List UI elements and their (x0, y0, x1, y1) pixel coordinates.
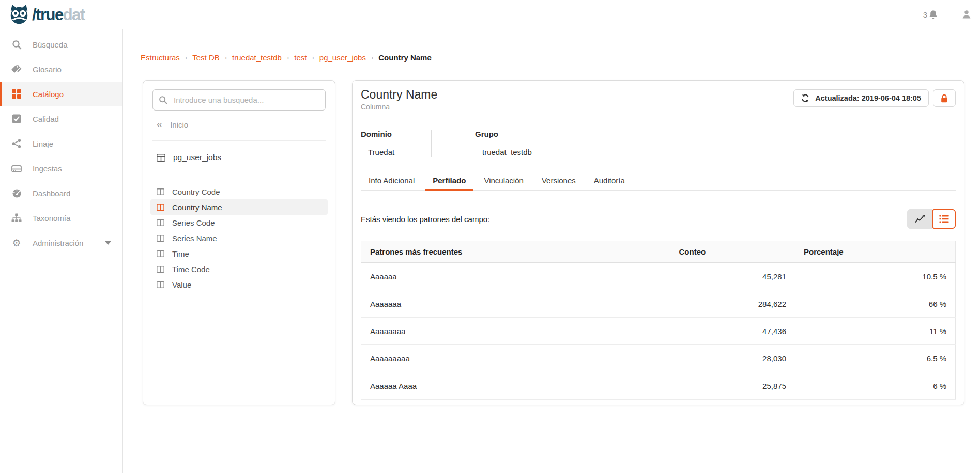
breadcrumb: Estructuras › Test DB › truedat_testdb ›… (141, 53, 980, 62)
bell-icon (929, 10, 938, 19)
sidebar-item-busqueda[interactable]: Búsqueda (0, 32, 122, 57)
double-chevron-left-icon: « (157, 119, 162, 129)
grid-icon (11, 89, 22, 99)
sitemap-icon (11, 213, 22, 223)
chevron-down-icon (105, 241, 111, 245)
lock-icon (940, 94, 948, 103)
pattern-cell: Aaaaaa Aaaa (361, 372, 670, 400)
tree-structure-pg-user-jobs[interactable]: pg_user_jobs (150, 150, 328, 165)
column-header-percentage: Porcentaje (795, 241, 956, 263)
count-cell: 47,436 (670, 318, 795, 345)
divider (152, 140, 326, 141)
logo-text: /truedat (32, 7, 85, 23)
user-menu-button[interactable] (961, 9, 972, 20)
breadcrumb-separator: › (287, 54, 289, 61)
breadcrumb-link-estructuras[interactable]: Estructuras (141, 53, 180, 62)
app-header: /truedat 3 (0, 0, 980, 29)
column-icon (157, 188, 164, 195)
column-header-count: Conteo (670, 241, 795, 263)
profiling-caption: Estás viendo los patrones del campo: (361, 215, 489, 224)
table-row: Aaaaaa Aaaa 25,875 6 % (361, 372, 956, 400)
breadcrumb-link-test[interactable]: test (294, 53, 307, 62)
group-value: truedat_testdb (482, 148, 532, 157)
tree-search-box (152, 89, 326, 111)
sidebar-item-administracion[interactable]: ⚙ Administración (0, 230, 122, 255)
breadcrumb-separator: › (312, 54, 314, 61)
list-icon (939, 215, 949, 223)
tree-back-inicio[interactable]: « Inicio (157, 119, 328, 130)
pattern-cell: Aaaaaa (361, 263, 670, 290)
tab-versiones[interactable]: Versiones (534, 172, 584, 190)
info-section: Dominio Truedat Grupo truedat_testdb (361, 130, 956, 157)
chart-view-button[interactable] (907, 209, 932, 229)
count-cell: 284,622 (670, 290, 795, 318)
sidebar-item-glosario[interactable]: Glosario (0, 57, 122, 82)
field-row-time[interactable]: Time (150, 246, 328, 261)
field-row-country-name[interactable]: Country Name (150, 199, 328, 215)
line-chart-icon (915, 215, 925, 223)
table-header-row: Patrones más frecuentes Conteo Porcentaj… (361, 241, 956, 263)
field-row-series-code[interactable]: Series Code (150, 215, 328, 230)
field-list: Country Code Country Name Series Code Se… (150, 184, 328, 292)
breadcrumb-link-testdb[interactable]: Test DB (192, 53, 220, 62)
count-cell: 25,875 (670, 372, 795, 400)
tab-info-adicional[interactable]: Info Adicional (361, 172, 422, 190)
sidebar-item-dashboard[interactable]: Dashboard (0, 181, 122, 206)
field-row-country-code[interactable]: Country Code (150, 184, 328, 199)
sidebar-item-linaje[interactable]: Linaje (0, 131, 122, 156)
sidebar-item-catalogo[interactable]: Catálogo (0, 82, 122, 106)
domain-value: Truedat (368, 148, 431, 157)
sidebar-item-ingestas[interactable]: Ingestas (0, 156, 122, 181)
sidebar-item-calidad[interactable]: Calidad (0, 106, 122, 131)
truedat-logo[interactable]: /truedat (8, 4, 85, 25)
check-square-icon (11, 114, 22, 123)
refresh-icon (801, 94, 809, 102)
field-row-time-code[interactable]: Time Code (150, 261, 328, 277)
tab-bar: Info Adicional Perfilado Vinculación Ver… (361, 172, 956, 191)
percentage-cell: 10.5 % (795, 263, 956, 290)
search-icon (11, 40, 22, 50)
percentage-cell: 11 % (795, 318, 956, 345)
count-cell: 45,281 (670, 263, 795, 290)
list-view-button[interactable] (932, 209, 956, 229)
page-subtitle: Columna (361, 103, 437, 111)
view-toggle-group (907, 209, 956, 229)
owl-logo-icon (8, 4, 30, 25)
pattern-cell: Aaaaaaa (361, 290, 670, 318)
gear-icon: ⚙ (11, 238, 22, 248)
column-icon (157, 219, 164, 226)
breadcrumb-link-truedat-testdb[interactable]: truedat_testdb (232, 53, 282, 62)
field-row-value[interactable]: Value (150, 277, 328, 292)
tab-auditoria[interactable]: Auditoría (586, 172, 633, 190)
breadcrumb-link-pg-user-jobs[interactable]: pg_user_jobs (319, 53, 366, 62)
table-row: Aaaaaaaaa 28,030 6.5 % (361, 345, 956, 372)
detail-panel: Country Name Columna Actualizada: 2019-0… (352, 80, 964, 405)
tab-vinculacion[interactable]: Vinculación (476, 172, 531, 190)
notifications-button[interactable]: 3 (923, 10, 938, 19)
tags-icon (11, 65, 22, 74)
structure-tree-panel: « Inicio pg_user_jobs Country Code (143, 80, 335, 405)
content-area: Estructuras › Test DB › truedat_testdb ›… (123, 29, 980, 473)
updated-button[interactable]: Actualizada: 2019-06-04 18:05 (793, 89, 929, 107)
breadcrumb-current: Country Name (378, 53, 432, 62)
percentage-cell: 6 % (795, 372, 956, 400)
tab-perfilado[interactable]: Perfilado (425, 172, 473, 191)
column-icon (157, 235, 164, 242)
breadcrumb-separator: › (185, 54, 187, 61)
sidebar-item-taxonomia[interactable]: Taxonomía (0, 206, 122, 230)
sidebar: Búsqueda Glosario Catálogo Calidad (0, 29, 123, 473)
patterns-table: Patrones más frecuentes Conteo Porcentaj… (361, 241, 956, 400)
tree-search-input[interactable] (173, 95, 319, 105)
pattern-cell: Aaaaaaaa (361, 318, 670, 345)
dashboard-icon (11, 188, 22, 198)
field-row-series-name[interactable]: Series Name (150, 230, 328, 246)
inbox-icon (11, 164, 22, 173)
page-title: Country Name (361, 87, 437, 102)
column-icon (157, 281, 164, 288)
group-label: Grupo (475, 130, 532, 139)
lock-button[interactable] (933, 89, 956, 107)
search-icon (159, 96, 167, 104)
percentage-cell: 66 % (795, 290, 956, 318)
column-icon (157, 204, 164, 211)
table-row: Aaaaaaa 284,622 66 % (361, 290, 956, 318)
